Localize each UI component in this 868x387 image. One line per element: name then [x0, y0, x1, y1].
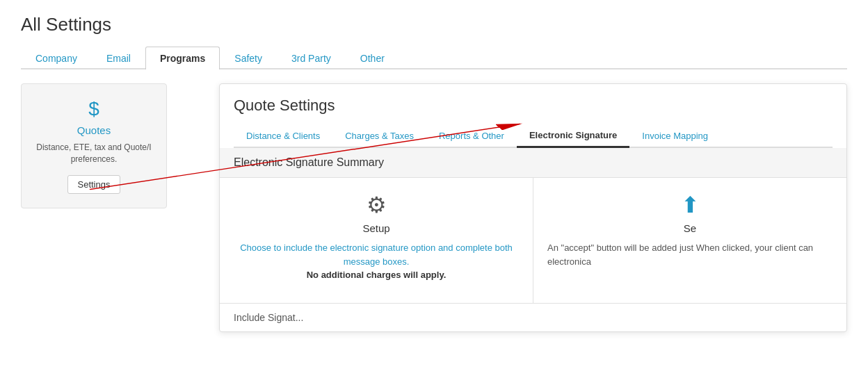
page-container: All Settings Company Email Programs Safe…	[0, 0, 868, 387]
top-tabs: Company Email Programs Safety 3rd Party …	[21, 47, 847, 69]
tab-3rd-party[interactable]: 3rd Party	[277, 47, 346, 69]
quote-panel: Quote Settings Distance & Clients Charge…	[219, 83, 847, 332]
quotes-settings-button[interactable]: Settings	[67, 175, 121, 194]
quote-panel-header: Quote Settings Distance & Clients Charge…	[220, 84, 846, 148]
upload-icon	[547, 192, 833, 218]
tab-other[interactable]: Other	[346, 47, 399, 69]
send-card: Se An "accept" button will be added just…	[533, 178, 846, 303]
summary-content: Setup Choose to include the electronic s…	[220, 178, 846, 303]
page-title: All Settings	[21, 14, 847, 35]
summary-section: Electronic Signature Summary Setup Choos…	[220, 148, 846, 331]
send-card-desc: An "accept" button will be added just Wh…	[547, 241, 833, 268]
gear-icon	[234, 192, 519, 218]
quotes-card-title: Quotes	[32, 124, 156, 136]
inner-tab-reports-other[interactable]: Reports & Other	[426, 124, 517, 147]
setup-card-title: Setup	[234, 222, 519, 234]
inner-tab-invoice-mapping[interactable]: Invoice Mapping	[629, 124, 721, 147]
include-signature-row: Include Signat...	[220, 303, 846, 331]
summary-header-label: Electronic Signature Summary	[220, 148, 846, 178]
setup-card: Setup Choose to include the electronic s…	[220, 178, 533, 303]
tab-safety[interactable]: Safety	[220, 47, 277, 69]
inner-tab-charges-taxes[interactable]: Charges & Taxes	[332, 124, 426, 147]
dollar-icon	[32, 98, 156, 120]
tab-programs[interactable]: Programs	[145, 47, 220, 69]
inner-tabs: Distance & Clients Charges & Taxes Repor…	[234, 124, 833, 148]
setup-card-desc: Choose to include the electronic signatu…	[234, 241, 519, 282]
quote-panel-title: Quote Settings	[234, 97, 833, 115]
inner-tab-electronic-signature[interactable]: Electronic Signature	[517, 124, 629, 148]
quotes-card: Quotes Distance, ETE, tax and Quote/I pr…	[21, 83, 167, 208]
main-area: Quotes Distance, ETE, tax and Quote/I pr…	[21, 83, 847, 208]
sidebar: Quotes Distance, ETE, tax and Quote/I pr…	[21, 83, 230, 208]
quotes-card-desc: Distance, ETE, tax and Quote/I preferenc…	[32, 142, 156, 165]
include-signature-label: Include Signat...	[234, 312, 303, 323]
tab-email[interactable]: Email	[92, 47, 145, 69]
tab-company[interactable]: Company	[21, 47, 92, 69]
inner-tab-distance-clients[interactable]: Distance & Clients	[234, 124, 332, 147]
send-card-title: Se	[547, 222, 833, 234]
